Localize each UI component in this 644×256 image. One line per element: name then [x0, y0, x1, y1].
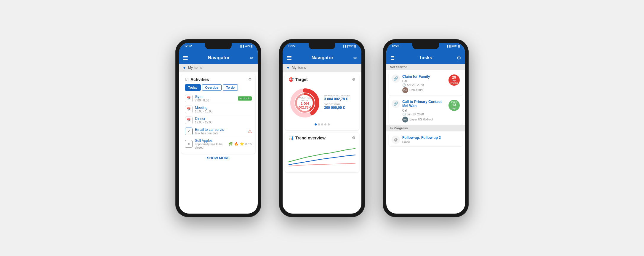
- header-title-1: Navigator: [208, 55, 230, 61]
- clock-icon-2: 🕐: [402, 113, 406, 116]
- tab-today[interactable]: Today: [185, 84, 201, 91]
- gear-icon-2[interactable]: ⚙: [352, 77, 355, 82]
- avatar-row-claim: DA Don Araldi: [402, 87, 446, 93]
- status-time-3: 12:22: [392, 44, 399, 48]
- gear-icon-trend[interactable]: ⚙: [352, 136, 355, 140]
- section-in-progress: In Progress: [386, 125, 465, 131]
- task-title-call[interactable]: Call to Primary Contact Mei Wan: [402, 100, 446, 108]
- list-icon-3[interactable]: ☰: [390, 55, 395, 61]
- person-call: Bayer US Roll-out: [409, 118, 433, 121]
- signal-icon-3: ▐▐▐: [446, 45, 451, 47]
- avatar-call: BU: [402, 117, 408, 123]
- trend-icon: 📊: [289, 136, 294, 140]
- header-title-2: Navigator: [312, 55, 334, 61]
- status-time-1: 12:22: [184, 44, 192, 48]
- activity-gym: 📅 Gym 7:00 - 8:00 In 15 min: [185, 93, 252, 104]
- sell-percent: 87%: [245, 142, 252, 146]
- gym-icon: 📅: [185, 95, 193, 102]
- scroll-content-2: 🎯 Target ⚙: [283, 72, 361, 214]
- sell-icon: ≡: [185, 140, 193, 148]
- tab-todo[interactable]: To do: [223, 84, 238, 91]
- filter-icon-1[interactable]: ▼: [182, 66, 186, 70]
- sell-name[interactable]: Sell Apples: [195, 139, 226, 143]
- target-title-row: 🎯 Target: [289, 77, 308, 82]
- section-not-started: Not Started: [386, 64, 465, 70]
- leaf-icon: 🌿: [228, 142, 233, 146]
- link-icon-1: 🔗: [393, 76, 398, 81]
- gear-icon-1[interactable]: ⚙: [248, 77, 252, 82]
- dot-1[interactable]: [315, 123, 317, 125]
- donut-center: WEIGHTED TARGET 1 004 002,78 €: [297, 96, 313, 109]
- sell-meta: 🌿 🔥 ⭐ 87%: [228, 142, 252, 146]
- activity-dinner: 📅 Dinner 19:00 - 22:00: [185, 115, 252, 126]
- scroll-content-3: Not Started 🔗 Claim for Family Call 🕐 Ap…: [386, 64, 465, 214]
- edit-icon-2[interactable]: ✏: [353, 55, 357, 61]
- dot-4[interactable]: [324, 123, 326, 125]
- menu-icon-2[interactable]: [287, 56, 291, 60]
- badge-text-due2: days: [452, 107, 456, 109]
- sell-info: Sell Apples opportunity has to be closed: [195, 139, 226, 149]
- status-icons-1: ▐▐▐ WiFi ▓: [239, 45, 252, 47]
- signal-icon: ▐▐▐: [239, 45, 244, 47]
- target-widget: 🎯 Target ⚙: [285, 74, 359, 130]
- unweighted-value: 3 004 002,78 €: [324, 97, 355, 101]
- donut-chart: WEIGHTED TARGET 1 004 002,78 €: [289, 87, 321, 119]
- dinner-name[interactable]: Dinner: [195, 117, 252, 121]
- phones-container: 12:22 ▐▐▐ WiFi ▓ Navigator ✏ ▼ My items: [175, 39, 469, 217]
- activities-title: Activities: [190, 77, 209, 82]
- task-claim[interactable]: 🔗 Claim for Family Call 🕐 Apr 29, 2020 D…: [389, 72, 463, 96]
- gym-name[interactable]: Gym: [195, 95, 236, 99]
- task-call[interactable]: 🔗 Call to Primary Contact Mei Wan Call 🕐…: [389, 97, 463, 125]
- goal-value: 300 000,00 €: [324, 106, 355, 110]
- activity-sell: ≡ Sell Apples opportunity has to be clos…: [185, 137, 252, 151]
- avatar-claim: DA: [402, 87, 408, 93]
- activities-widget: ☑ Activities ⚙ Today Overdue To do 📅: [181, 74, 255, 154]
- signal-icon-2: ▐▐▐: [342, 45, 347, 47]
- meeting-icon: 📅: [185, 106, 193, 113]
- badge-num-claim: 29: [452, 76, 456, 79]
- activity-email: ✓ Email to car servis task has due date …: [185, 126, 252, 137]
- tab-overdue[interactable]: Overdue: [202, 84, 222, 91]
- person-claim: Don Araldi: [409, 88, 423, 92]
- status-time-2: 12:22: [288, 44, 296, 48]
- goal-label: TARGET GOAL: [324, 103, 355, 106]
- unweighted-label: UNWEIGHTED TARGET: [324, 94, 355, 97]
- task-type-claim: Call: [402, 79, 446, 83]
- email-icon: ✓: [185, 128, 193, 135]
- gear-header-3[interactable]: ⚙: [457, 55, 461, 61]
- phone-1: 12:22 ▐▐▐ WiFi ▓ Navigator ✏ ▼ My items: [175, 39, 261, 217]
- filter-icon-2[interactable]: ▼: [286, 66, 290, 70]
- target-stats: UNWEIGHTED TARGET 3 004 002,78 € TARGET …: [321, 94, 355, 112]
- app-header-2: Navigator ✏: [283, 53, 361, 64]
- edit-icon-1[interactable]: ✏: [250, 55, 254, 61]
- menu-icon-1[interactable]: [183, 56, 188, 60]
- task-title-followup[interactable]: Follow-up: Follow up 2: [402, 136, 460, 140]
- battery-icon: ▓: [251, 45, 252, 47]
- task-followup[interactable]: @ Follow-up: Follow up 2 Email: [389, 133, 463, 146]
- dot-2[interactable]: [318, 123, 320, 125]
- star-icon: ⭐: [240, 142, 244, 146]
- gym-time: 7:00 - 8:00: [195, 99, 236, 102]
- badge-text-claim: days overdue: [450, 79, 458, 84]
- donut-value: 1 004 002,78 €: [297, 101, 313, 109]
- app-header-1: Navigator ✏: [179, 53, 258, 64]
- avatar-row-call: BU Bayer US Roll-out: [402, 117, 446, 123]
- battery-icon-3: ▓: [458, 45, 460, 47]
- filter-label-1: My items: [188, 66, 202, 70]
- email-name[interactable]: Email to car servis: [195, 128, 245, 132]
- badge-num-call: 13: [452, 103, 456, 107]
- dot-5[interactable]: [328, 123, 330, 125]
- dot-3[interactable]: [321, 123, 323, 125]
- email-info: Email to car servis task has due date: [195, 128, 245, 135]
- trend-title: Trend overview: [295, 136, 326, 140]
- meeting-info: Meeting 10:00 - 15:00: [195, 106, 252, 113]
- task-title-claim[interactable]: Claim for Family: [402, 74, 446, 79]
- donut-label: WEIGHTED TARGET: [297, 96, 313, 101]
- meeting-time: 10:00 - 15:00: [195, 110, 252, 113]
- widget-header-1: ☑ Activities ⚙: [185, 77, 252, 82]
- wifi-icon: WiFi: [245, 45, 250, 47]
- show-more-btn[interactable]: SHOW MORE: [179, 154, 258, 163]
- battery-icon-2: ▓: [354, 45, 356, 47]
- meeting-name[interactable]: Meeting: [195, 106, 252, 110]
- task-icon-claim: 🔗: [392, 74, 400, 83]
